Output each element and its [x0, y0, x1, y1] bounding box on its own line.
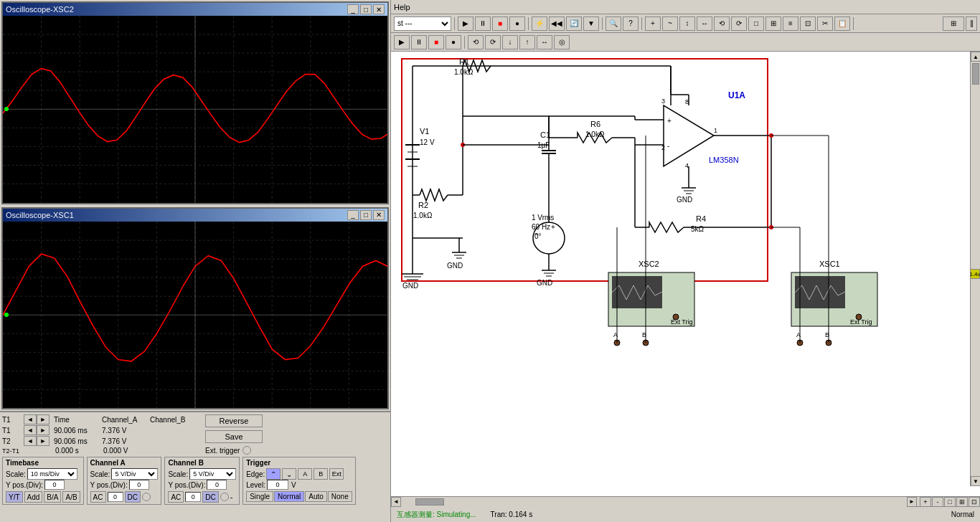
ab-btn[interactable]: A/B [62, 491, 80, 503]
tb2-btn5[interactable]: ↔ [537, 35, 552, 49]
chb-ypos-input[interactable] [207, 480, 227, 490]
t2t1-row: T2-T1 0.000 s 0.000 V [2, 447, 197, 455]
edge-a-btn[interactable]: A [298, 468, 312, 480]
ext-trigger-radio[interactable] [242, 446, 251, 455]
reverse-button[interactable]: Reverse [205, 414, 263, 427]
cha-ypos-input[interactable] [129, 480, 149, 490]
cha-dc-btn[interactable]: DC [125, 491, 141, 503]
t2-left-btn[interactable]: ◄ [24, 436, 37, 446]
osc1-close[interactable]: ✕ [373, 210, 385, 220]
edge-rising-btn[interactable]: ⌃ [266, 468, 281, 480]
chb-scale-select[interactable]: 5 V/Div 1 V/Div 2 V/Div [189, 468, 236, 480]
h-scrollbar[interactable]: ◄ ► + - □ ⊞ ⊡ [391, 496, 980, 506]
t1-left-btn[interactable]: ◄ [24, 414, 37, 424]
t1-arrows[interactable]: ◄ ► [24, 414, 50, 424]
cha-scale-select[interactable]: 5 V/Div 1 V/Div 2 V/Div [111, 468, 158, 480]
tb-pause-btn[interactable]: ⏸ [475, 16, 491, 31]
status-bar: 互感器测量: Simulating... Tran: 0.164 s Norma… [391, 506, 980, 522]
tb-btn2[interactable]: ◀◀ [549, 16, 565, 31]
toolbar-select[interactable]: st --- [394, 16, 451, 31]
scroll-down-btn[interactable]: ▼ [971, 476, 980, 486]
tb2-btn1[interactable]: ⟲ [468, 35, 484, 49]
tb-help-btn[interactable]: ? [623, 16, 639, 31]
tb2-btn2[interactable]: ⟳ [485, 35, 501, 49]
cha-radio[interactable] [142, 493, 151, 501]
edge-b-btn[interactable]: B [314, 468, 328, 480]
chb-dc-btn[interactable]: DC [202, 491, 218, 503]
normal-btn[interactable]: Normal [274, 491, 304, 502]
t2-arrows[interactable]: ◄ ► [24, 436, 50, 446]
tb-stop-btn[interactable]: ■ [492, 16, 508, 31]
zoom-out-btn[interactable]: - [932, 497, 943, 507]
chb-radio[interactable] [220, 493, 229, 501]
osc2-maximize[interactable]: □ [360, 4, 372, 14]
tb-misc1[interactable]: + [645, 16, 661, 31]
tb-misc9[interactable]: ≡ [783, 16, 798, 31]
tb2-play[interactable]: ▶ [394, 35, 410, 49]
tb-misc6[interactable]: ⟳ [731, 16, 747, 31]
tb-dot-btn[interactable]: ● [509, 16, 525, 31]
tb-misc2[interactable]: ~ [662, 16, 678, 31]
osc1-minimize[interactable]: _ [347, 210, 359, 220]
yt-btn[interactable]: Y/T [6, 491, 23, 503]
tb2-btn4[interactable]: ↑ [519, 35, 535, 49]
tb-misc5[interactable]: ⟲ [714, 16, 730, 31]
menu-help[interactable]: Help [394, 3, 410, 11]
tb-misc4[interactable]: ↔ [697, 16, 712, 31]
tb-btn3[interactable]: 🔄 [566, 16, 582, 31]
save-button[interactable]: Save [205, 430, 263, 443]
v-scrollbar[interactable]: ▲ ▼ 1.4v [970, 52, 980, 486]
scroll-up-btn[interactable]: ▲ [971, 52, 980, 62]
t2-right-btn[interactable]: ► [37, 436, 50, 446]
tb-right1[interactable]: ⊞ [943, 16, 964, 31]
ba-btn[interactable]: B/A [44, 491, 61, 503]
oscilloscope-xsc1: Oscilloscope-XSC1 _ □ ✕ [1, 207, 389, 410]
tb-misc12[interactable]: 📋 [834, 16, 850, 31]
scroll-left-btn[interactable]: ◄ [391, 497, 401, 507]
timebase-scale-select[interactable]: 10 ms/Div 5 ms/Div 1 ms/Div [27, 468, 77, 480]
tb2-dot[interactable]: ● [446, 35, 461, 49]
tb-search-btn[interactable]: 🔍 [606, 16, 621, 31]
timebase-ypos-input[interactable] [44, 480, 65, 490]
zoom-fit-btn[interactable]: □ [944, 497, 956, 507]
schematic-area[interactable]: ▲ ▼ 1.4v [391, 52, 980, 496]
tb2-pause[interactable]: ⏸ [411, 35, 427, 49]
t1-right-btn2[interactable]: ► [37, 425, 50, 435]
add-btn[interactable]: Add [24, 491, 43, 503]
tb-run-btn[interactable]: ▶ [458, 16, 473, 31]
tb2-btn3[interactable]: ↓ [502, 35, 518, 49]
menu-bar: Help [391, 0, 980, 14]
edge-ext-btn[interactable]: Ext [329, 468, 344, 480]
tb-btn1[interactable]: ⚡ [532, 16, 547, 31]
tb-btn4[interactable]: ▼ [583, 16, 599, 31]
zoom-reset-btn[interactable]: ⊞ [956, 497, 968, 507]
scroll-right-btn[interactable]: ► [907, 497, 917, 507]
zoom-in-btn[interactable]: + [920, 497, 931, 507]
chb-ac-btn[interactable]: AC [168, 491, 184, 503]
cha-ac-input[interactable] [108, 492, 123, 502]
auto-btn[interactable]: Auto [305, 491, 327, 502]
none-btn[interactable]: None [328, 491, 352, 502]
scroll-thumb[interactable] [972, 63, 979, 85]
edge-falling-btn[interactable]: ⌄ [282, 468, 296, 480]
osc2-close[interactable]: ✕ [373, 4, 385, 14]
chb-ac-input[interactable] [185, 492, 201, 502]
osc1-maximize[interactable]: □ [360, 210, 372, 220]
tb-right2[interactable]: ‖ [966, 16, 977, 31]
tb2-stop[interactable]: ■ [428, 35, 444, 49]
t1-arrows2[interactable]: ◄ ► [24, 425, 50, 435]
tb-misc11[interactable]: ✂ [817, 16, 833, 31]
level-input[interactable] [267, 480, 288, 490]
t1-left-btn2[interactable]: ◄ [24, 425, 37, 435]
cha-ac-btn[interactable]: AC [90, 491, 106, 503]
tb-misc8[interactable]: ⊞ [765, 16, 781, 31]
tb-misc7[interactable]: □ [748, 16, 764, 31]
zoom-area-btn[interactable]: ⊡ [969, 497, 980, 507]
single-btn[interactable]: Single [246, 491, 273, 502]
osc2-minimize[interactable]: _ [347, 4, 359, 14]
t1-right-btn[interactable]: ► [37, 414, 50, 424]
h-scroll-thumb[interactable] [415, 498, 444, 506]
tb2-btn6[interactable]: ◎ [554, 35, 570, 49]
tb-misc3[interactable]: ↕ [679, 16, 695, 31]
tb-misc10[interactable]: ⊡ [800, 16, 816, 31]
